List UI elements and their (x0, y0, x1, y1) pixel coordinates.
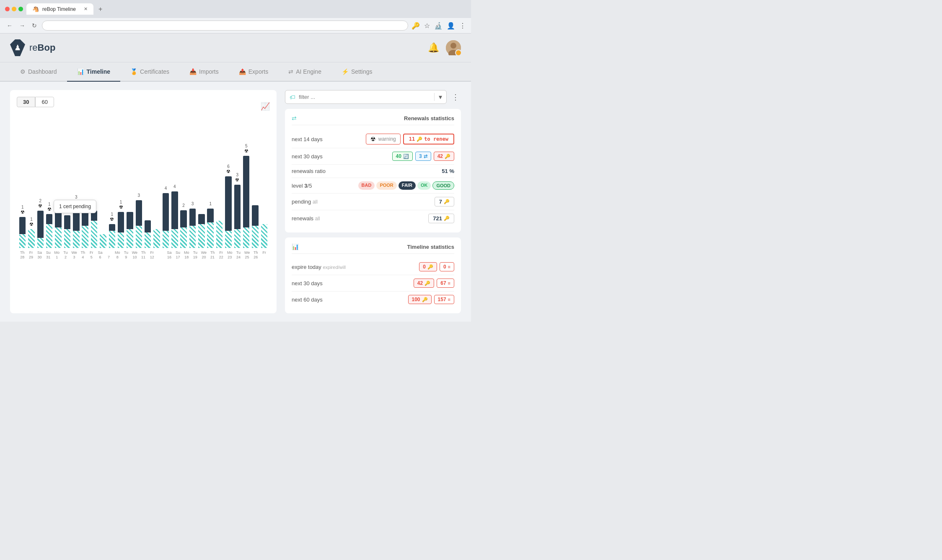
x-label-11: Mo8 (114, 250, 122, 260)
bar-icon-0: ☢ (21, 209, 25, 215)
stat-value-30days: 40 🔄 3 ⇄ 42 🔑 (392, 152, 454, 161)
user-avatar[interactable] (446, 40, 461, 55)
browser-titlebar: 🐴 reBop Timeline ✕ + (0, 0, 471, 18)
bar-group-11: ☢1 (117, 156, 125, 248)
stat-label-tl-30days: next 30 days (292, 280, 323, 286)
x-label-9: Sa6 (96, 250, 104, 260)
badge-40-val: 40 (396, 153, 401, 159)
menu-icon[interactable]: ⋮ (459, 22, 466, 30)
pending-box[interactable]: 7 🔑 (435, 197, 454, 206)
bar-solid-19 (189, 209, 196, 226)
bar-group-26 (251, 156, 259, 248)
bar-hatched-14 (145, 232, 151, 248)
nav-imports[interactable]: 📥 Imports (179, 62, 229, 82)
new-tab-button[interactable]: + (98, 5, 102, 13)
bar-hatched-1 (28, 229, 34, 248)
stat-label-level: level 3/5 (292, 183, 312, 189)
address-bar[interactable] (42, 21, 408, 31)
refresh-button[interactable]: ↻ (30, 21, 39, 31)
bar-hatched-0 (19, 234, 26, 248)
nav-exports[interactable]: 📤 Exports (229, 62, 278, 82)
nav-ai-engine[interactable]: ⇄ AI Engine (278, 62, 331, 82)
filter-input[interactable] (299, 94, 431, 100)
maximize-dot[interactable] (18, 7, 23, 11)
ratio-value: 51 % (442, 168, 454, 174)
timeline-icon: 📊 (77, 68, 84, 75)
exports-icon: 📤 (239, 68, 246, 75)
renewals-stats-header: ⇄ Renewals statistics (292, 115, 454, 125)
x-label-2: Sa30 (36, 250, 44, 260)
certificates-icon: 🏅 (130, 68, 137, 75)
period-30-button[interactable]: 30 (17, 97, 35, 107)
tl-icon3: 🔑 (422, 297, 428, 302)
stat-label-14days: next 14 days (292, 136, 323, 142)
badge-40: 40 🔄 (392, 152, 413, 161)
nav-certificates[interactable]: 🏅 Certificates (120, 62, 179, 82)
nav-certificates-label: Certificates (140, 68, 169, 75)
bar-hatched-8 (91, 221, 97, 248)
notification-bell[interactable]: 🔔 (428, 42, 439, 53)
bar-icon-11: ☢ (119, 204, 123, 210)
timeline-stats-icon: 📊 (292, 243, 299, 250)
filter-chevron-icon[interactable]: ▾ (434, 93, 442, 101)
tl-val3: 100 (412, 297, 420, 302)
bar-label-0: 1 (21, 205, 24, 209)
avatar-svg (446, 40, 461, 55)
bar-icon-10: ☢ (110, 217, 114, 222)
renewals-box[interactable]: 721 🔑 (428, 214, 454, 223)
browser-toolbar: ← → ↻ 🔑 ☆ 🔬 👤 ⋮ (0, 18, 471, 34)
nav-timeline[interactable]: 📊 Timeline (67, 62, 121, 82)
tab-favicon: 🐴 (32, 6, 39, 12)
tooltip-text: 1 cert pending (59, 204, 91, 209)
period-60-button[interactable]: 60 (35, 97, 54, 107)
account-icon[interactable]: 👤 (447, 22, 455, 30)
stat-row-tl-60days: next 60 days 100 🔑 157 ≡ (292, 292, 454, 307)
brand-icon-svg: ♟ (10, 39, 25, 56)
stat-label-ratio: renewals ratio (292, 168, 326, 174)
brand-prefix: re (29, 42, 38, 53)
window-controls (5, 7, 23, 11)
x-label-6: We3 (70, 250, 78, 260)
bar-group-19: 3 (189, 156, 197, 248)
bar-hatched-26 (252, 226, 258, 248)
level-ok: OK (417, 181, 431, 190)
x-label-13: We10 (131, 250, 139, 260)
bar-label-19: 3 (192, 201, 194, 206)
close-dot[interactable] (5, 7, 10, 11)
bar-label-24: 3 (236, 173, 239, 177)
star-icon[interactable]: ☆ (424, 22, 430, 30)
stat-label-pending: pending all (292, 199, 318, 205)
level-total: /5 (308, 183, 312, 189)
bar-solid-25 (243, 156, 249, 227)
forward-button[interactable]: → (18, 21, 27, 31)
filter-more-button[interactable]: ⋮ (450, 91, 461, 103)
chart-period-controls: 30 60 (17, 97, 54, 107)
bar-hatched-5 (64, 229, 70, 248)
tab-close-button[interactable]: ✕ (84, 6, 88, 12)
bar-icon-23: ☢ (226, 169, 230, 174)
chart-toggle-icon[interactable]: 📈 (261, 102, 270, 111)
bar-hatched-16 (163, 231, 169, 248)
nav-dashboard-label: Dashboard (28, 68, 57, 75)
back-button[interactable]: ← (5, 21, 14, 31)
bar-icon-2: ☢ (38, 203, 42, 209)
bar-solid-26 (252, 205, 258, 226)
nav-settings[interactable]: ⚡ Settings (331, 62, 383, 82)
expire-icon1: 🔑 (427, 264, 433, 270)
minimize-dot[interactable] (12, 7, 16, 11)
renew-count: 11 (409, 136, 415, 142)
x-label-3: Su31 (44, 250, 52, 260)
nav-dashboard[interactable]: ⚙ Dashboard (10, 62, 67, 82)
lab-icon[interactable]: 🔬 (434, 22, 443, 30)
renewals-value: 721 (433, 215, 442, 222)
browser-tab[interactable]: 🐴 reBop Timeline ✕ (26, 3, 93, 15)
x-label-7: Th4 (79, 250, 87, 260)
nav-imports-label: Imports (199, 68, 219, 75)
main-content: 30 60 📈 ☢1☢1☢2☢11☢3☢1☢1344231☢6☢3☢5 1 ce… (0, 82, 471, 322)
bar-solid-17 (171, 191, 178, 229)
x-label-21: We20 (200, 250, 208, 260)
bar-hatched-19 (189, 226, 196, 248)
bar-solid-11 (118, 212, 124, 232)
bars-container: ☢1☢1☢2☢11☢3☢1☢1344231☢6☢3☢5 (17, 122, 270, 248)
settings-icon: ⚡ (342, 68, 349, 75)
